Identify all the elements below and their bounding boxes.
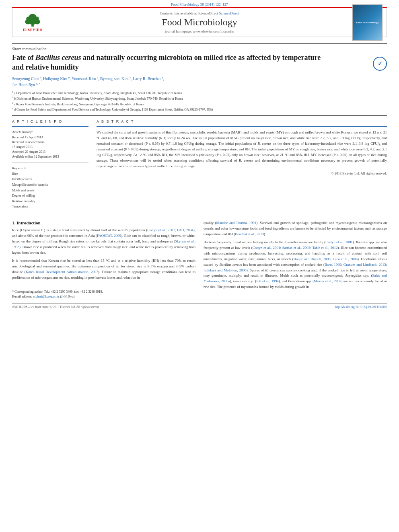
- article-info-box: Article history: Received 15 April 2013 …: [12, 126, 88, 213]
- intro-para1: Rice (Oryza sativa L.) is a staple food …: [12, 228, 195, 256]
- affiliations: a a Department of Food Bioscience and Te…: [12, 90, 387, 112]
- svg-point-6: [34, 16, 39, 21]
- journal-center: Contents lists available at ScienceDirec…: [16, 11, 383, 33]
- article-info-abstract: A R T I C L E I N F O Article history: R…: [12, 119, 387, 213]
- svg-point-5: [26, 16, 31, 21]
- footer: 0740-0020/$ – see front matter © 2013 El…: [12, 303, 387, 310]
- abstract-column: A B S T R A C T We studied the survival …: [97, 119, 387, 213]
- journal-title: Food Microbiology: [16, 17, 383, 28]
- intro-para2: It is recommended that Korean rice be st…: [12, 258, 195, 281]
- intro-para-right2: Bacteria frequently found on rice belong…: [204, 240, 387, 290]
- intro-right: quality (Manabe and Tsuruta, 1991). Surv…: [204, 220, 387, 299]
- authors: Seonyeong Choi a, Hoikyung Kim b, Yoonso…: [12, 76, 387, 88]
- article-title: Fate of Bacillus cereus and naturally oc…: [12, 53, 334, 72]
- footnote-corresponding: * Corresponding author. Tel.: +82 2 3290…: [12, 290, 195, 294]
- article-received: Received 15 April 2013 Received in revis…: [12, 135, 88, 159]
- journal-header: ELSEVIER Contents lists available at Sci…: [12, 7, 387, 37]
- journal-homepage: journal homepage: www.elsevier.com/locat…: [16, 29, 383, 33]
- journal-reference: Food Microbiology 38 (2014) 122–127: [0, 0, 399, 7]
- crossmark-badge[interactable]: ✓: [373, 57, 387, 71]
- copyright: © 2013 Elsevier Ltd. All rights reserved…: [97, 171, 387, 175]
- article-type: Short communication: [12, 47, 387, 51]
- abstract-text: We studied the survival and growth patte…: [97, 130, 387, 169]
- intro-heading: 1. Introduction: [12, 220, 195, 225]
- keywords-section: Keywords: Rice Bacillus cereus Mesophili…: [12, 162, 88, 210]
- footnote-section: * Corresponding author. Tel.: +82 2 3290…: [12, 287, 195, 299]
- affiliation-b: b b Division of Human Environmental Scie…: [12, 96, 387, 101]
- footer-issn: 0740-0020/$ – see front matter © 2013 El…: [12, 305, 99, 309]
- elsevier-logo: ELSEVIER: [16, 10, 49, 35]
- introduction-section: 1. Introduction Rice (Oryza sativa L.) i…: [12, 220, 387, 299]
- affiliation-a: a a Department of Food Bioscience and Te…: [12, 90, 387, 96]
- intro-left: 1. Introduction Rice (Oryza sativa L.) i…: [12, 220, 195, 299]
- main-content: Short communication Fate of Bacillus cer…: [12, 37, 387, 303]
- article-header: Fate of Bacillus cereus and naturally oc…: [12, 53, 387, 72]
- footer-doi: http://dx.doi.org/10.1016/j.fm.2013.08.0…: [335, 305, 387, 309]
- affiliation-d: d d Center for Food Safety and Departmen…: [12, 107, 387, 112]
- article-info-column: A R T I C L E I N F O Article history: R…: [12, 119, 88, 213]
- intro-para-right1: quality (Manabe and Tsuruta, 1991). Surv…: [204, 220, 387, 237]
- journal-cover-image: Food Microbiology: [352, 4, 383, 41]
- affiliation-c: c c Korea Food Research Institute, Baekh…: [12, 101, 387, 107]
- abstract-section: We studied the survival and growth patte…: [97, 126, 387, 176]
- footnote-email: E-mail address: escheri@korea.ac.kr (J.-…: [12, 294, 195, 299]
